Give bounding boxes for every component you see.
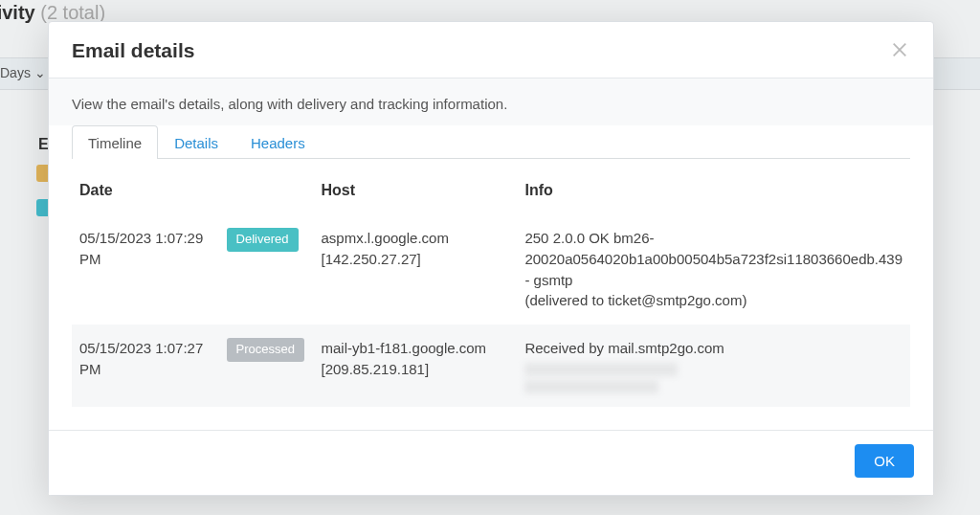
email-details-modal: Email details View the email's details, … bbox=[48, 21, 934, 496]
cell-date: 05/15/2023 1:07:27 PM bbox=[72, 325, 219, 407]
modal-header: Email details bbox=[49, 22, 933, 78]
redacted-line bbox=[524, 380, 658, 393]
ok-button[interactable]: OK bbox=[855, 444, 914, 478]
cell-status: Delivered bbox=[219, 214, 314, 325]
cell-host: mail-yb1-f181.google.com [209.85.219.181… bbox=[314, 325, 518, 407]
tab-timeline[interactable]: Timeline bbox=[72, 125, 158, 159]
modal-body: View the email's details, along with del… bbox=[49, 78, 933, 125]
status-badge: Processed bbox=[227, 338, 304, 362]
tab-content-timeline: Date Host Info 05/15/2023 1:07:29 PM Del… bbox=[49, 159, 933, 430]
redacted-line bbox=[524, 363, 678, 376]
cell-info: Received by mail.smtp2go.com bbox=[517, 325, 910, 407]
cell-info: 250 2.0.0 OK bm26-20020a0564020b1a00b005… bbox=[517, 214, 910, 325]
close-button[interactable] bbox=[891, 41, 910, 60]
cell-info-text: Received by mail.smtp2go.com bbox=[524, 340, 724, 356]
modal-subtitle: View the email's details, along with del… bbox=[72, 96, 910, 112]
col-header-info: Info bbox=[517, 178, 910, 214]
close-icon bbox=[891, 41, 908, 58]
col-header-host: Host bbox=[314, 178, 518, 214]
modal-title: Email details bbox=[72, 39, 891, 62]
tab-details[interactable]: Details bbox=[158, 125, 234, 159]
tabs: Timeline Details Headers bbox=[72, 125, 910, 159]
cell-host: aspmx.l.google.com [142.250.27.27] bbox=[314, 214, 518, 325]
timeline-table: Date Host Info 05/15/2023 1:07:29 PM Del… bbox=[72, 178, 910, 407]
status-badge: Delivered bbox=[227, 228, 299, 252]
cell-date: 05/15/2023 1:07:29 PM bbox=[72, 214, 219, 325]
cell-status: Processed bbox=[219, 325, 314, 407]
modal-footer: OK bbox=[49, 430, 933, 495]
col-header-date: Date bbox=[72, 178, 314, 214]
table-row: 05/15/2023 1:07:29 PM Delivered aspmx.l.… bbox=[72, 214, 910, 325]
tab-headers[interactable]: Headers bbox=[234, 125, 322, 159]
table-row: 05/15/2023 1:07:27 PM Processed mail-yb1… bbox=[72, 325, 910, 407]
